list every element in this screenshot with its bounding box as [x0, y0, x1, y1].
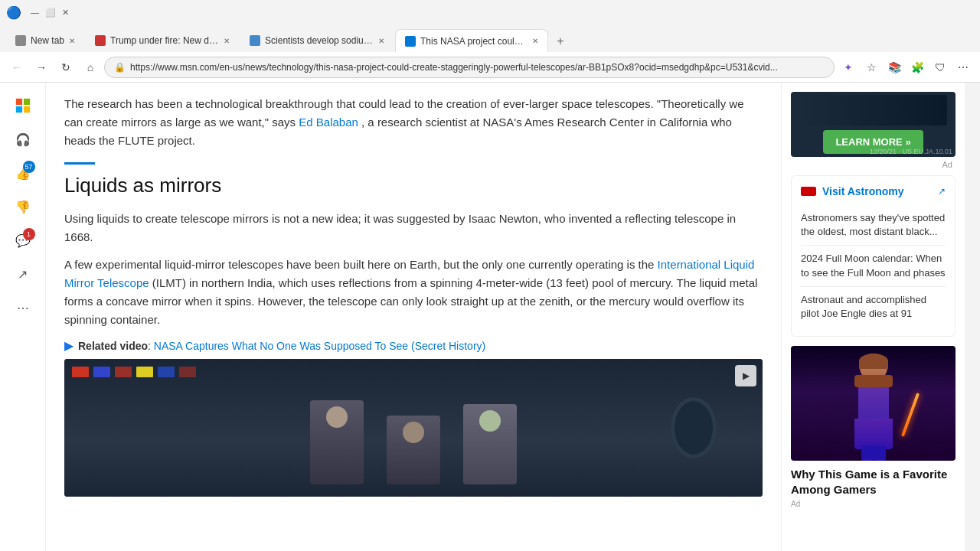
dislike-button[interactable]: 👎: [9, 193, 37, 220]
para1: Using liquids to create telescope mirror…: [64, 210, 763, 246]
game-card: Why This Game is a Favorite Among Gamers…: [791, 346, 956, 508]
msn-logo: [15, 97, 31, 114]
external-link-icon[interactable]: ↗: [938, 186, 946, 197]
tab-favicon: [15, 35, 26, 46]
tab-title: New tab: [31, 35, 64, 46]
game-card-title[interactable]: Why This Game is a Favorite Among Gamers: [791, 467, 956, 497]
back-button[interactable]: ←: [6, 57, 28, 78]
news-item-3: Astronaut and accomplished pilot Joe Eng…: [801, 287, 946, 327]
ed-balaban-link[interactable]: Ed Balaban: [299, 116, 358, 129]
ad-timestamp: 12/20/21 · US.EU.JA.10.01: [870, 148, 952, 155]
related-video-label: Related video: NASA Captures What No One…: [78, 340, 485, 352]
svg-rect-2: [15, 106, 21, 112]
like-badge: 57: [23, 161, 35, 173]
news-text-3[interactable]: Astronaut and accomplished pilot Joe Eng…: [801, 294, 926, 319]
astronomy-icon: [801, 187, 816, 196]
tab-close-2[interactable]: ✕: [224, 37, 230, 45]
share-button[interactable]: ↗: [9, 260, 37, 288]
section-divider: [64, 162, 95, 165]
astronomy-header: Visit Astronomy ↗: [801, 185, 946, 197]
settings-icon[interactable]: ⋯: [952, 57, 974, 78]
svg-rect-3: [23, 106, 29, 112]
maximize-icon[interactable]: ⬜: [45, 8, 56, 18]
game-thumbnail[interactable]: [791, 346, 956, 461]
refresh-button[interactable]: ↻: [55, 57, 77, 78]
tab-favicon-2: [95, 35, 106, 46]
game-ad-label: Ad: [791, 500, 956, 508]
news-item-2: 2024 Full Moon calendar: When to see the…: [801, 246, 946, 286]
news-text-2[interactable]: 2024 Full Moon calendar: When to see the…: [801, 253, 946, 278]
news-text-1[interactable]: Astronomers say they've spotted the olde…: [801, 212, 945, 237]
tab-title-2: Trump under fire: New details e...: [110, 35, 219, 46]
astronomy-card: Visit Astronomy ↗ Astronomers say they'v…: [791, 175, 956, 337]
more-button[interactable]: ⋯: [9, 294, 37, 321]
favorites-icon[interactable]: ☆: [861, 57, 882, 78]
comment-button[interactable]: 💬 1: [9, 227, 37, 254]
tab-favicon-4: [405, 36, 416, 47]
tab-close[interactable]: ✕: [69, 37, 75, 45]
svg-rect-0: [15, 99, 21, 105]
tabs-bar: New tab ✕ Trump under fire: New details …: [0, 24, 980, 52]
tab-new-tab[interactable]: New tab ✕: [6, 29, 84, 52]
title-bar-left: 🔵: [6, 5, 21, 20]
right-sidebar: LEARN MORE » 12/20/21 · US.EU.JA.10.01 A…: [781, 83, 965, 551]
close-icon[interactable]: ✕: [62, 8, 69, 18]
main-container: 🎧 👍 57 👎 💬 1 ↗ ⋯ The research has been a…: [0, 83, 980, 551]
nav-icons: ✦ ☆ 📚 🧩 🛡 ⋯: [838, 57, 974, 78]
para2: A few experimental liquid-mirror telesco…: [64, 256, 763, 329]
address-bar[interactable]: 🔒 https://www.msn.com/en-us/news/technol…: [104, 57, 835, 78]
nav-bar: ← → ↻ ⌂ 🔒 https://www.msn.com/en-us/news…: [0, 52, 980, 83]
tab-title-3: Scientists develop sodium batte...: [265, 35, 374, 46]
new-tab-button[interactable]: +: [550, 31, 571, 52]
related-video-bar: ▶ Related video: NASA Captures What No O…: [64, 338, 763, 353]
video-thumbnail[interactable]: ▶: [64, 359, 763, 497]
news-item-1: Astronomers say they've spotted the olde…: [801, 205, 946, 246]
svg-rect-1: [23, 99, 29, 105]
tab-close-4[interactable]: ✕: [532, 37, 538, 45]
tab-trump[interactable]: Trump under fire: New details e... ✕: [86, 29, 239, 52]
video-play-icon: ▶: [64, 338, 74, 353]
ad-block: LEARN MORE » 12/20/21 · US.EU.JA.10.01: [791, 92, 956, 157]
section-heading: Liquids as mirrors: [64, 174, 763, 197]
home-button[interactable]: ⌂: [80, 57, 101, 78]
headphones-button[interactable]: 🎧: [9, 126, 37, 153]
tab-close-3[interactable]: ✕: [378, 37, 384, 45]
intro-paragraph: The research has been a technological br…: [64, 95, 763, 150]
like-button[interactable]: 👍 57: [9, 159, 37, 187]
address-text: https://www.msn.com/en-us/news/technolog…: [130, 62, 825, 73]
far-right-edge: [965, 83, 980, 551]
edge-logo: 🔵: [6, 5, 21, 20]
astronomy-link[interactable]: Visit Astronomy: [822, 185, 904, 197]
video-play-overlay[interactable]: ▶: [735, 365, 756, 386]
tab-scientists[interactable]: Scientists develop sodium batte... ✕: [240, 29, 394, 52]
copilot-icon[interactable]: ✦: [838, 57, 859, 78]
ad-label: Ad: [791, 160, 956, 169]
left-sidebar: 🎧 👍 57 👎 💬 1 ↗ ⋯: [0, 83, 46, 551]
title-bar: 🔵 — ⬜ ✕: [0, 0, 980, 24]
collections-icon[interactable]: 📚: [884, 57, 905, 78]
astronomy-title-row: Visit Astronomy: [801, 185, 904, 197]
article-body: The research has been a technological br…: [46, 83, 781, 551]
tab-favicon-3: [250, 35, 260, 46]
video-image: [64, 359, 763, 497]
tab-nasa[interactable]: This NASA project could create ... ✕: [395, 29, 548, 52]
related-video-link[interactable]: NASA Captures What No One Was Supposed T…: [154, 340, 485, 352]
extensions-icon[interactable]: 🧩: [906, 57, 928, 78]
comment-badge: 1: [23, 228, 35, 240]
minimize-icon[interactable]: —: [31, 8, 39, 17]
forward-button[interactable]: →: [31, 57, 52, 78]
inprivate-icon[interactable]: 🛡: [929, 57, 951, 78]
tab-title-4: This NASA project could create ...: [420, 36, 528, 47]
